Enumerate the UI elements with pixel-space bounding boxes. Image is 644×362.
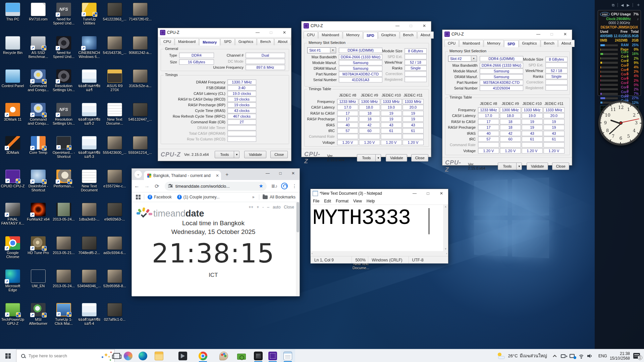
reload-button[interactable]: ⟳ xyxy=(152,183,162,189)
tab-cpu[interactable]: CPU xyxy=(304,32,318,39)
desktop-icon[interactable]: This PC xyxy=(1,3,25,35)
taskbar-chrome[interactable] xyxy=(196,349,210,362)
zoom-control[interactable]: + xyxy=(257,205,259,209)
desktop-icon[interactable]: ↗OpenHard... - Shortcut xyxy=(52,136,76,168)
meet-now-icon[interactable] xyxy=(561,354,567,358)
desktop-icon[interactable]: 52b95958-8... xyxy=(103,269,127,302)
menu-icon[interactable]: ⋮ xyxy=(289,183,300,189)
bookmark-star-icon[interactable]: ★ xyxy=(259,183,263,189)
maximize-button[interactable]: □ xyxy=(404,21,418,30)
media-controls-icon[interactable]: ≣♪ xyxy=(269,183,279,189)
desktop-icon[interactable]: 2013-05-24... xyxy=(52,203,76,235)
desktop-icon[interactable]: 2013-05-24... xyxy=(52,269,76,302)
desktop-icon[interactable]: 714972f0-f2... xyxy=(128,3,152,35)
volume-icon[interactable] xyxy=(587,354,593,358)
desktop-icon[interactable]: RV710.rom xyxy=(26,3,50,35)
page-zoom-controls[interactable]: +++-–autoClose xyxy=(245,205,294,209)
tab-cpu[interactable]: CPU xyxy=(444,40,459,47)
desktop-icon[interactable]: ↗FurMark2 x64 xyxy=(26,203,50,235)
forward-button[interactable]: → xyxy=(142,183,152,189)
maximize-button[interactable]: □ xyxy=(264,28,278,37)
desktop-icon[interactable]: ↗Need for Speed Und... xyxy=(52,36,76,68)
desktop-icon[interactable]: Control Panel xyxy=(1,69,25,102)
desktop-icon[interactable]: 027af9c1-0... xyxy=(103,303,127,335)
desktop-icon[interactable]: ↗Resolution Settings Un... xyxy=(52,103,76,135)
zoom-control[interactable]: auto xyxy=(273,205,280,209)
zoom-control[interactable]: – xyxy=(267,205,269,209)
close-button[interactable]: ✕ xyxy=(435,189,448,198)
taskbar-paint[interactable] xyxy=(216,349,231,362)
horizontal-scrollbar[interactable]: ‹› xyxy=(311,251,448,256)
tab-about[interactable]: About xyxy=(274,38,291,45)
desktop-icon[interactable]: ↗3DMark 11 xyxy=(1,103,25,135)
minimize-button[interactable]: — xyxy=(532,30,545,39)
apps-grid-icon[interactable] xyxy=(136,195,141,199)
desktop-icon[interactable]: ↗HD Tune Pro xyxy=(26,236,50,268)
desktop-icon[interactable]: 555423600_... xyxy=(103,136,127,168)
desktop-icon[interactable]: ↗Microsoft Edge xyxy=(1,269,25,302)
desktop-icon[interactable]: ↗TechPowerUp GPU-Z xyxy=(1,303,25,335)
taskbar-gpu-card[interactable] xyxy=(234,349,249,362)
taskbar-notepad[interactable] xyxy=(280,349,295,362)
desktop-icon[interactable]: 3163c52e-a... xyxy=(128,69,152,102)
slot-selector[interactable]: Slot #1▼ xyxy=(307,47,336,53)
desktop-icon[interactable]: 2013-05-21... xyxy=(52,236,76,268)
tab-spd[interactable]: SPD xyxy=(220,38,235,45)
dropdown-arrow-icon[interactable]: ▼ xyxy=(471,56,476,61)
document-text[interactable]: MYTH3333 xyxy=(313,206,410,230)
layers-icon[interactable]: ⧉ xyxy=(612,3,614,7)
add-gadget-icon[interactable]: ＋ xyxy=(636,2,641,8)
tab-graphics[interactable]: Graphics xyxy=(519,40,540,47)
slot-selector[interactable]: Slot #2▼ xyxy=(448,56,477,62)
menu-edit[interactable]: Edit xyxy=(322,199,333,203)
tab-about[interactable]: About xyxy=(558,40,575,47)
validate-button[interactable]: Validate xyxy=(244,151,266,158)
desktop-icon[interactable]: ↗Command and Conqu... xyxy=(26,69,50,102)
prev-page-icon[interactable]: ◀ xyxy=(621,3,624,7)
scroll-up-icon[interactable]: ˄ xyxy=(443,205,448,208)
minimize-button[interactable]: — xyxy=(391,21,404,30)
dropdown-arrow-icon[interactable]: ▼ xyxy=(330,48,335,53)
tools-button[interactable]: Tools▼ xyxy=(498,163,522,170)
zoom-control[interactable]: - xyxy=(262,205,264,209)
menu-format[interactable]: Format xyxy=(333,199,351,203)
desktop-icon[interactable]: ↗Google Chrome xyxy=(1,236,25,268)
bookmark-item[interactable]: f(1) Couple journey... xyxy=(177,195,220,199)
browser-tab[interactable]: Bangkok, Thailand - current and ✕ xyxy=(144,171,221,180)
close-button[interactable]: ✕ xyxy=(558,30,572,39)
taskbar-search[interactable]: ✦✦ xyxy=(16,349,115,362)
desktop-icon[interactable]: ↗FINAL FANTASY X... xyxy=(1,203,25,235)
tab-graphics[interactable]: Graphics xyxy=(235,38,257,45)
desktop-icon[interactable]: UM_EN xyxy=(26,269,50,302)
desktop-icon[interactable]: 1dba3e83-... xyxy=(77,203,101,235)
back-button[interactable]: ← xyxy=(132,183,142,189)
desktop-icon[interactable]: จองตั๋วนครชัยแอร์ xyxy=(77,69,101,102)
tools-button[interactable]: Tools▼ xyxy=(215,151,239,158)
taskbar-dark-app[interactable] xyxy=(175,349,190,362)
desktop-icon[interactable]: ↗MSI Afterburner xyxy=(26,303,50,335)
desktop-icon[interactable]: ↗Core Temp xyxy=(26,136,50,168)
tools-button[interactable]: Tools▼ xyxy=(357,154,381,162)
desktop-icon[interactable]: จองตั๋วนครชัยแอร์-4 xyxy=(77,303,101,335)
minimize-button[interactable]: — xyxy=(251,28,264,37)
maximize-button[interactable]: □ xyxy=(421,189,435,198)
desktop-icon[interactable]: ↗Resolution Settings Un... xyxy=(52,69,76,102)
validate-button[interactable]: Validate xyxy=(386,154,407,162)
vertical-scrollbar[interactable]: ˄ ˅ xyxy=(443,205,448,251)
desktop-icon[interactable]: 559341214_... xyxy=(128,136,152,168)
tab-bench[interactable]: Bench xyxy=(400,32,417,39)
start-button[interactable] xyxy=(0,349,16,362)
desktop-icon[interactable]: 541543736_... xyxy=(103,36,127,68)
bookmarks-overflow-icon[interactable]: » xyxy=(252,195,255,199)
tab-spd[interactable]: SPD xyxy=(363,32,378,39)
page-scrollbar[interactable] xyxy=(296,202,300,296)
tab-search-icon[interactable]: ⌄ xyxy=(135,171,142,178)
tab-memory[interactable]: Memory xyxy=(484,40,504,47)
desktop-icon[interactable]: 541222863_... xyxy=(103,3,127,35)
timeanddate-logo[interactable]: timeanddate xyxy=(137,207,204,220)
wifi-icon[interactable] xyxy=(578,354,584,358)
tab-memory[interactable]: Memory xyxy=(343,32,363,39)
close-button[interactable]: Close xyxy=(270,151,288,158)
desktop-icon[interactable]: ASUS R9 270X DirectCU II ... xyxy=(103,69,127,102)
tab-mainboard[interactable]: Mainboard xyxy=(318,32,342,39)
